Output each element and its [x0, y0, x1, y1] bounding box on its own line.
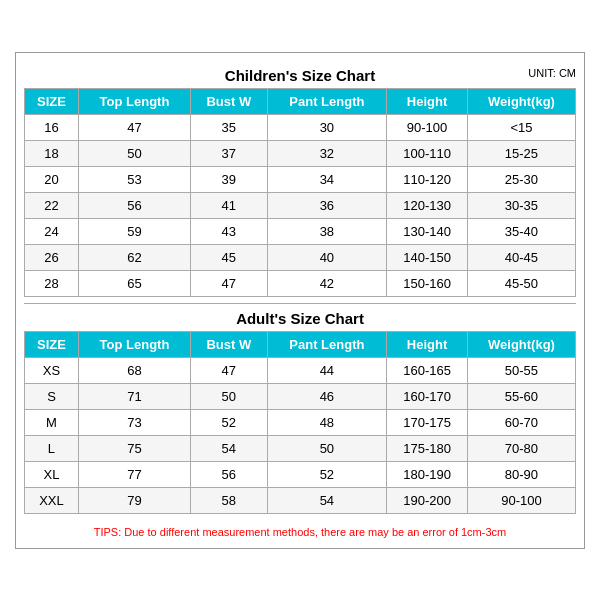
- table-row: XS684744160-16550-55: [25, 357, 576, 383]
- table-cell: 45-50: [467, 270, 575, 296]
- table-cell: 45: [191, 244, 268, 270]
- table-cell: 54: [191, 435, 268, 461]
- col-header-size: SIZE: [25, 88, 79, 114]
- table-cell: 160-170: [387, 383, 468, 409]
- table-cell: 15-25: [467, 140, 575, 166]
- table-row: 24594338130-14035-40: [25, 218, 576, 244]
- table-cell: 44: [267, 357, 387, 383]
- table-cell: XXL: [25, 487, 79, 513]
- table-row: XL775652180-19080-90: [25, 461, 576, 487]
- table-cell: 55-60: [467, 383, 575, 409]
- table-cell: 90-100: [387, 114, 468, 140]
- table-cell: 42: [267, 270, 387, 296]
- col-header-pant-length: Pant Length: [267, 88, 387, 114]
- table-cell: 24: [25, 218, 79, 244]
- table-cell: 53: [78, 166, 190, 192]
- table-cell: 90-100: [467, 487, 575, 513]
- table-cell: S: [25, 383, 79, 409]
- table-cell: 28: [25, 270, 79, 296]
- table-cell: 47: [191, 357, 268, 383]
- adult-col-header-top-length: Top Length: [78, 331, 190, 357]
- col-header-weight: Weight(kg): [467, 88, 575, 114]
- adult-size-table: SIZE Top Length Bust W Pant Length Heigh…: [24, 331, 576, 514]
- table-cell: 20: [25, 166, 79, 192]
- children-size-table: SIZE Top Length Bust W Pant Length Heigh…: [24, 88, 576, 297]
- table-cell: 37: [191, 140, 268, 166]
- table-cell: 180-190: [387, 461, 468, 487]
- table-cell: 16: [25, 114, 79, 140]
- table-row: XXL795854190-20090-100: [25, 487, 576, 513]
- table-cell: M: [25, 409, 79, 435]
- table-cell: 22: [25, 192, 79, 218]
- table-cell: 32: [267, 140, 387, 166]
- table-cell: 41: [191, 192, 268, 218]
- children-header-row: SIZE Top Length Bust W Pant Length Heigh…: [25, 88, 576, 114]
- table-row: S715046160-17055-60: [25, 383, 576, 409]
- table-row: 22564136120-13030-35: [25, 192, 576, 218]
- table-cell: 47: [78, 114, 190, 140]
- table-cell: 56: [78, 192, 190, 218]
- table-cell: 43: [191, 218, 268, 244]
- table-cell: XL: [25, 461, 79, 487]
- table-cell: 50-55: [467, 357, 575, 383]
- table-cell: 120-130: [387, 192, 468, 218]
- table-cell: 170-175: [387, 409, 468, 435]
- table-cell: 50: [78, 140, 190, 166]
- adult-title-text: Adult's Size Chart: [236, 310, 364, 327]
- table-cell: 59: [78, 218, 190, 244]
- table-cell: 175-180: [387, 435, 468, 461]
- table-cell: 160-165: [387, 357, 468, 383]
- table-cell: 35-40: [467, 218, 575, 244]
- table-cell: 75: [78, 435, 190, 461]
- adult-table-body: XS684744160-16550-55S715046160-17055-60M…: [25, 357, 576, 513]
- table-cell: 36: [267, 192, 387, 218]
- col-header-top-length: Top Length: [78, 88, 190, 114]
- adult-col-header-bust-w: Bust W: [191, 331, 268, 357]
- tips-text: TIPS: Due to different measurement metho…: [24, 520, 576, 540]
- table-cell: 79: [78, 487, 190, 513]
- table-cell: 38: [267, 218, 387, 244]
- table-row: 1647353090-100<15: [25, 114, 576, 140]
- table-cell: 48: [267, 409, 387, 435]
- table-cell: 130-140: [387, 218, 468, 244]
- table-cell: 50: [267, 435, 387, 461]
- table-row: 20533934110-12025-30: [25, 166, 576, 192]
- table-cell: 77: [78, 461, 190, 487]
- table-cell: 70-80: [467, 435, 575, 461]
- col-header-height: Height: [387, 88, 468, 114]
- children-title-text: Children's Size Chart: [225, 67, 375, 84]
- table-cell: L: [25, 435, 79, 461]
- table-cell: 62: [78, 244, 190, 270]
- table-cell: 110-120: [387, 166, 468, 192]
- table-cell: 190-200: [387, 487, 468, 513]
- table-row: M735248170-17560-70: [25, 409, 576, 435]
- table-cell: 26: [25, 244, 79, 270]
- table-cell: 68: [78, 357, 190, 383]
- table-cell: 18: [25, 140, 79, 166]
- table-cell: 71: [78, 383, 190, 409]
- table-cell: 80-90: [467, 461, 575, 487]
- children-table-body: 1647353090-100<1518503732100-11015-25205…: [25, 114, 576, 296]
- table-cell: XS: [25, 357, 79, 383]
- table-cell: 30: [267, 114, 387, 140]
- table-cell: 40-45: [467, 244, 575, 270]
- table-row: L755450175-18070-80: [25, 435, 576, 461]
- table-cell: 30-35: [467, 192, 575, 218]
- table-cell: 65: [78, 270, 190, 296]
- table-cell: 140-150: [387, 244, 468, 270]
- adult-section-title: Adult's Size Chart: [24, 303, 576, 331]
- table-row: 26624540140-15040-45: [25, 244, 576, 270]
- table-cell: 35: [191, 114, 268, 140]
- adult-col-header-height: Height: [387, 331, 468, 357]
- table-row: 28654742150-16045-50: [25, 270, 576, 296]
- table-row: 18503732100-11015-25: [25, 140, 576, 166]
- table-cell: <15: [467, 114, 575, 140]
- table-cell: 150-160: [387, 270, 468, 296]
- table-cell: 52: [191, 409, 268, 435]
- table-cell: 58: [191, 487, 268, 513]
- adult-header-row: SIZE Top Length Bust W Pant Length Heigh…: [25, 331, 576, 357]
- adult-col-header-pant-length: Pant Length: [267, 331, 387, 357]
- table-cell: 46: [267, 383, 387, 409]
- unit-label: UNIT: CM: [528, 67, 576, 79]
- table-cell: 100-110: [387, 140, 468, 166]
